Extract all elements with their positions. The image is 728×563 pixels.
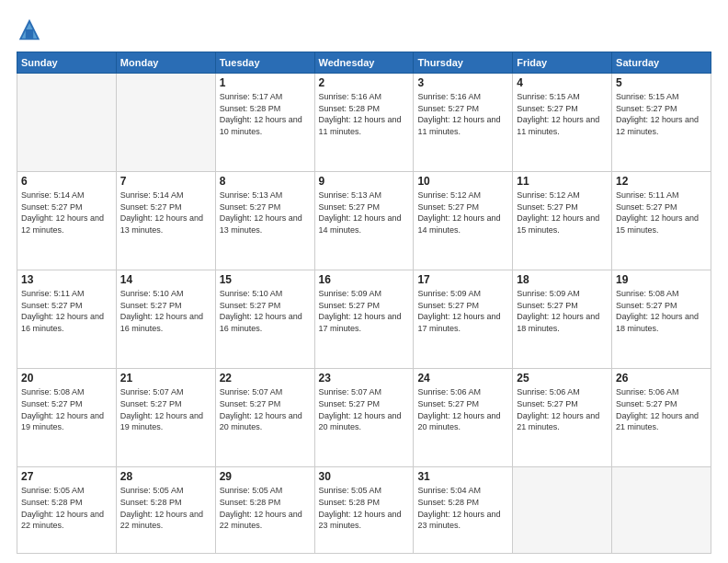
day-info: Sunrise: 5:11 AM Sunset: 5:27 PM Dayligh… xyxy=(21,288,112,334)
day-info: Sunrise: 5:14 AM Sunset: 5:27 PM Dayligh… xyxy=(120,190,211,236)
day-number: 3 xyxy=(417,76,508,89)
day-number: 1 xyxy=(220,76,311,89)
day-info: Sunrise: 5:15 AM Sunset: 5:27 PM Dayligh… xyxy=(517,91,608,137)
calendar-cell: 5Sunrise: 5:15 AM Sunset: 5:27 PM Daylig… xyxy=(612,74,711,172)
calendar-cell: 16Sunrise: 5:09 AM Sunset: 5:27 PM Dayli… xyxy=(314,270,414,369)
calendar-week-2: 6Sunrise: 5:14 AM Sunset: 5:27 PM Daylig… xyxy=(17,172,711,270)
day-number: 8 xyxy=(220,175,311,188)
calendar-cell: 24Sunrise: 5:06 AM Sunset: 5:27 PM Dayli… xyxy=(414,369,513,467)
day-number: 19 xyxy=(616,273,707,286)
calendar-cell: 6Sunrise: 5:14 AM Sunset: 5:27 PM Daylig… xyxy=(17,172,117,270)
day-number: 29 xyxy=(220,470,311,483)
day-info: Sunrise: 5:04 AM Sunset: 5:28 PM Dayligh… xyxy=(417,485,508,531)
calendar-cell: 12Sunrise: 5:11 AM Sunset: 5:27 PM Dayli… xyxy=(612,172,711,270)
weekday-header-friday: Friday xyxy=(513,52,612,74)
day-number: 31 xyxy=(417,470,508,483)
calendar-week-5: 27Sunrise: 5:05 AM Sunset: 5:28 PM Dayli… xyxy=(17,467,711,554)
day-info: Sunrise: 5:09 AM Sunset: 5:27 PM Dayligh… xyxy=(517,288,608,334)
day-number: 20 xyxy=(21,372,112,385)
day-info: Sunrise: 5:17 AM Sunset: 5:28 PM Dayligh… xyxy=(220,91,311,137)
day-number: 4 xyxy=(517,76,608,89)
generalblue-icon xyxy=(17,17,42,42)
calendar-week-4: 20Sunrise: 5:08 AM Sunset: 5:27 PM Dayli… xyxy=(17,369,711,467)
day-info: Sunrise: 5:05 AM Sunset: 5:28 PM Dayligh… xyxy=(21,485,112,531)
day-info: Sunrise: 5:09 AM Sunset: 5:27 PM Dayligh… xyxy=(417,288,508,334)
day-number: 30 xyxy=(319,470,410,483)
calendar-cell: 8Sunrise: 5:13 AM Sunset: 5:27 PM Daylig… xyxy=(215,172,314,270)
logo xyxy=(17,17,46,42)
day-info: Sunrise: 5:11 AM Sunset: 5:27 PM Dayligh… xyxy=(616,190,707,236)
weekday-header-saturday: Saturday xyxy=(612,52,711,74)
weekday-header-sunday: Sunday xyxy=(17,52,117,74)
day-number: 23 xyxy=(319,372,410,385)
weekday-header-row: SundayMondayTuesdayWednesdayThursdayFrid… xyxy=(17,52,711,74)
day-info: Sunrise: 5:12 AM Sunset: 5:27 PM Dayligh… xyxy=(517,190,608,236)
day-number: 11 xyxy=(517,175,608,188)
day-info: Sunrise: 5:08 AM Sunset: 5:27 PM Dayligh… xyxy=(21,386,112,432)
calendar-cell: 29Sunrise: 5:05 AM Sunset: 5:28 PM Dayli… xyxy=(215,467,314,554)
header xyxy=(17,17,711,42)
day-info: Sunrise: 5:15 AM Sunset: 5:27 PM Dayligh… xyxy=(616,91,707,137)
day-info: Sunrise: 5:14 AM Sunset: 5:27 PM Dayligh… xyxy=(21,190,112,236)
calendar-cell: 20Sunrise: 5:08 AM Sunset: 5:27 PM Dayli… xyxy=(17,369,117,467)
day-info: Sunrise: 5:08 AM Sunset: 5:27 PM Dayligh… xyxy=(616,288,707,334)
day-number: 25 xyxy=(517,372,608,385)
day-number: 5 xyxy=(616,76,707,89)
calendar-cell: 23Sunrise: 5:07 AM Sunset: 5:27 PM Dayli… xyxy=(314,369,414,467)
day-info: Sunrise: 5:10 AM Sunset: 5:27 PM Dayligh… xyxy=(220,288,311,334)
calendar-cell: 2Sunrise: 5:16 AM Sunset: 5:28 PM Daylig… xyxy=(314,74,414,172)
calendar-cell: 26Sunrise: 5:06 AM Sunset: 5:27 PM Dayli… xyxy=(612,369,711,467)
day-info: Sunrise: 5:16 AM Sunset: 5:28 PM Dayligh… xyxy=(319,91,410,137)
day-info: Sunrise: 5:10 AM Sunset: 5:27 PM Dayligh… xyxy=(120,288,211,334)
weekday-header-monday: Monday xyxy=(116,52,215,74)
day-info: Sunrise: 5:05 AM Sunset: 5:28 PM Dayligh… xyxy=(220,485,311,531)
page: SundayMondayTuesdayWednesdayThursdayFrid… xyxy=(0,0,728,563)
calendar-cell: 11Sunrise: 5:12 AM Sunset: 5:27 PM Dayli… xyxy=(513,172,612,270)
day-info: Sunrise: 5:13 AM Sunset: 5:27 PM Dayligh… xyxy=(319,190,410,236)
day-number: 10 xyxy=(417,175,508,188)
calendar-cell: 22Sunrise: 5:07 AM Sunset: 5:27 PM Dayli… xyxy=(215,369,314,467)
svg-rect-2 xyxy=(26,29,33,39)
day-number: 21 xyxy=(120,372,211,385)
day-info: Sunrise: 5:07 AM Sunset: 5:27 PM Dayligh… xyxy=(319,386,410,432)
day-info: Sunrise: 5:16 AM Sunset: 5:27 PM Dayligh… xyxy=(417,91,508,137)
calendar-cell: 13Sunrise: 5:11 AM Sunset: 5:27 PM Dayli… xyxy=(17,270,117,369)
calendar-cell: 3Sunrise: 5:16 AM Sunset: 5:27 PM Daylig… xyxy=(414,74,513,172)
weekday-header-wednesday: Wednesday xyxy=(314,52,414,74)
day-info: Sunrise: 5:06 AM Sunset: 5:27 PM Dayligh… xyxy=(616,386,707,432)
day-number: 24 xyxy=(417,372,508,385)
calendar-cell: 4Sunrise: 5:15 AM Sunset: 5:27 PM Daylig… xyxy=(513,74,612,172)
day-number: 26 xyxy=(616,372,707,385)
day-number: 12 xyxy=(616,175,707,188)
calendar-cell: 17Sunrise: 5:09 AM Sunset: 5:27 PM Dayli… xyxy=(414,270,513,369)
day-info: Sunrise: 5:06 AM Sunset: 5:27 PM Dayligh… xyxy=(417,386,508,432)
weekday-header-tuesday: Tuesday xyxy=(215,52,314,74)
day-number: 27 xyxy=(21,470,112,483)
calendar-cell: 28Sunrise: 5:05 AM Sunset: 5:28 PM Dayli… xyxy=(116,467,215,554)
day-info: Sunrise: 5:12 AM Sunset: 5:27 PM Dayligh… xyxy=(417,190,508,236)
calendar-cell: 18Sunrise: 5:09 AM Sunset: 5:27 PM Dayli… xyxy=(513,270,612,369)
day-number: 22 xyxy=(220,372,311,385)
day-number: 2 xyxy=(319,76,410,89)
day-number: 14 xyxy=(120,273,211,286)
day-number: 13 xyxy=(21,273,112,286)
calendar-table: SundayMondayTuesdayWednesdayThursdayFrid… xyxy=(17,52,711,554)
calendar-cell xyxy=(513,467,612,554)
calendar-cell: 31Sunrise: 5:04 AM Sunset: 5:28 PM Dayli… xyxy=(414,467,513,554)
day-info: Sunrise: 5:09 AM Sunset: 5:27 PM Dayligh… xyxy=(319,288,410,334)
day-info: Sunrise: 5:07 AM Sunset: 5:27 PM Dayligh… xyxy=(220,386,311,432)
weekday-header-thursday: Thursday xyxy=(414,52,513,74)
calendar-cell: 27Sunrise: 5:05 AM Sunset: 5:28 PM Dayli… xyxy=(17,467,117,554)
day-info: Sunrise: 5:05 AM Sunset: 5:28 PM Dayligh… xyxy=(120,485,211,531)
day-info: Sunrise: 5:13 AM Sunset: 5:27 PM Dayligh… xyxy=(220,190,311,236)
calendar-cell: 15Sunrise: 5:10 AM Sunset: 5:27 PM Dayli… xyxy=(215,270,314,369)
day-number: 28 xyxy=(120,470,211,483)
calendar-cell: 10Sunrise: 5:12 AM Sunset: 5:27 PM Dayli… xyxy=(414,172,513,270)
day-number: 15 xyxy=(220,273,311,286)
calendar-cell: 7Sunrise: 5:14 AM Sunset: 5:27 PM Daylig… xyxy=(116,172,215,270)
day-number: 16 xyxy=(319,273,410,286)
day-info: Sunrise: 5:06 AM Sunset: 5:27 PM Dayligh… xyxy=(517,386,608,432)
calendar-cell: 21Sunrise: 5:07 AM Sunset: 5:27 PM Dayli… xyxy=(116,369,215,467)
calendar-cell: 14Sunrise: 5:10 AM Sunset: 5:27 PM Dayli… xyxy=(116,270,215,369)
calendar-cell xyxy=(612,467,711,554)
